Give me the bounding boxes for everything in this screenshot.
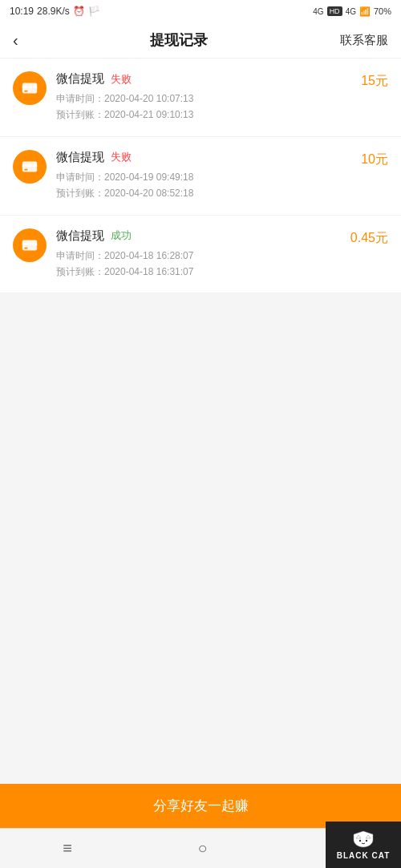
transaction-item: 微信提现 成功 申请时间：2020-04-18 16:28:07 预计到账：20… — [0, 216, 401, 294]
black-cat-logo-icon — [352, 830, 375, 850]
transaction-title: 微信提现 — [56, 71, 104, 87]
menu-icon[interactable]: ≡ — [63, 839, 72, 858]
svg-rect-1 — [22, 86, 37, 88]
status-left: 10:19 28.9K/s ⏰ 🏳️ — [10, 6, 100, 17]
transaction-amount: 15元 — [361, 73, 388, 90]
signal-4g-2: 4G — [346, 7, 356, 16]
status-badge-success: 成功 — [111, 228, 132, 243]
transaction-amount: 0.45元 — [350, 230, 388, 247]
flag-icon: 🏳️ — [88, 6, 100, 17]
home-icon[interactable]: ○ — [197, 839, 207, 858]
transaction-amount: 10元 — [361, 151, 388, 168]
signal-4g: 4G — [313, 7, 323, 16]
transaction-list: 微信提现 失败 申请时间：2020-04-20 10:07:13 预计到账：20… — [0, 59, 401, 293]
status-bar: 10:19 28.9K/s ⏰ 🏳️ 4G HD 4G 📶 70% — [0, 0, 401, 22]
black-cat-watermark: BLACK CAT — [326, 822, 401, 868]
wifi-icon: 📶 — [359, 6, 371, 17]
wechat-pay-icon — [13, 71, 47, 105]
time: 10:19 — [10, 6, 34, 17]
svg-rect-4 — [22, 164, 37, 167]
transaction-title: 微信提现 — [56, 150, 104, 165]
transaction-apply-time: 申请时间：2020-04-19 09:49:18 — [56, 169, 354, 185]
title-row: 微信提现 失败 — [56, 150, 354, 165]
bottom-nav: ≡ ○ ‹ BLACK CAT — [0, 828, 401, 868]
transaction-expected-time: 预计到账：2020-04-20 08:52:18 — [56, 185, 354, 201]
transaction-apply-time: 申请时间：2020-04-18 16:28:07 — [56, 248, 344, 264]
transaction-item: 微信提现 失败 申请时间：2020-04-20 10:07:13 预计到账：20… — [0, 59, 401, 137]
black-cat-text: BLACK CAT — [337, 851, 391, 860]
transaction-expected-time: 预计到账：2020-04-21 09:10:13 — [56, 107, 354, 123]
svg-point-11 — [359, 839, 361, 841]
content-area: 微信提现 失败 申请时间：2020-04-20 10:07:13 预计到账：20… — [0, 59, 401, 868]
svg-rect-2 — [25, 91, 28, 92]
empty-area — [0, 293, 401, 614]
contact-service-button[interactable]: 联系客服 — [340, 33, 388, 48]
title-row: 微信提现 失败 — [56, 71, 354, 87]
svg-rect-7 — [22, 243, 37, 245]
svg-point-12 — [366, 839, 367, 841]
wechat-pay-icon — [13, 228, 47, 262]
back-button[interactable]: ‹ — [13, 31, 18, 50]
transaction-title: 微信提现 — [56, 228, 104, 244]
speed: 28.9K/s — [37, 6, 70, 17]
transaction-info: 微信提现 成功 申请时间：2020-04-18 16:28:07 预计到账：20… — [56, 228, 344, 281]
transaction-info: 微信提现 失败 申请时间：2020-04-20 10:07:13 预计到账：20… — [56, 71, 354, 123]
status-badge-fail: 失败 — [111, 150, 132, 164]
transaction-expected-time: 预计到账：2020-04-18 16:31:07 — [56, 264, 344, 280]
nav-bar: ‹ 提现记录 联系客服 — [0, 22, 401, 59]
page-title: 提现记录 — [150, 30, 208, 50]
alarm-icon: ⏰ — [73, 6, 85, 17]
status-right: 4G HD 4G 📶 70% — [313, 6, 391, 17]
wechat-pay-icon — [13, 150, 47, 184]
transaction-item: 微信提现 失败 申请时间：2020-04-19 09:49:18 预计到账：20… — [0, 137, 401, 216]
svg-rect-8 — [25, 247, 28, 248]
svg-rect-5 — [25, 169, 28, 171]
status-badge-fail: 失败 — [111, 72, 132, 87]
share-cta-label: 分享好友一起赚 — [153, 798, 249, 813]
title-row: 微信提现 成功 — [56, 228, 344, 244]
hd-badge: HD — [327, 6, 342, 16]
transaction-info: 微信提现 失败 申请时间：2020-04-19 09:49:18 预计到账：20… — [56, 150, 354, 202]
transaction-apply-time: 申请时间：2020-04-20 10:07:13 — [56, 91, 354, 107]
battery-text: 70% — [374, 6, 391, 16]
